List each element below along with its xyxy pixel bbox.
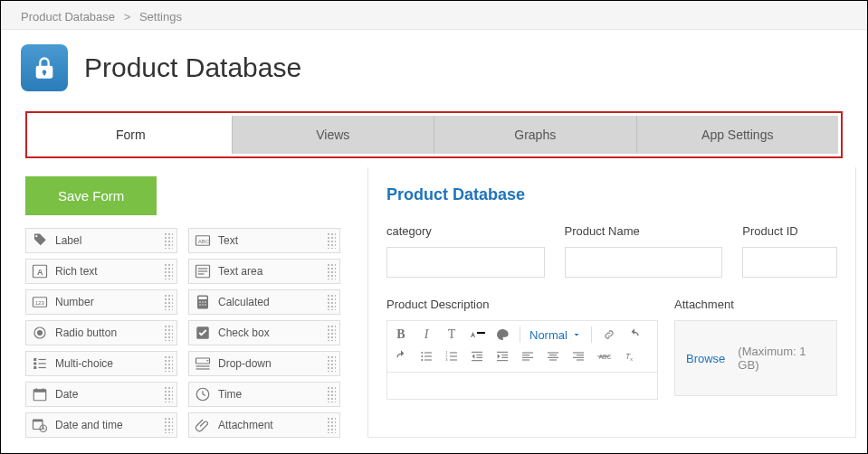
outdent-button[interactable] xyxy=(469,348,485,364)
tab-graphs[interactable]: Graphs xyxy=(434,116,636,154)
bullet-list-button[interactable] xyxy=(418,348,434,364)
drag-grip-icon xyxy=(327,232,336,249)
field-type-attachment-label: Attachment xyxy=(218,419,273,431)
rich-text-toolbar: B I T Normal 123 xyxy=(386,320,658,373)
field-type-attachment[interactable]: Attachment xyxy=(188,412,340,438)
svg-line-36 xyxy=(203,394,205,396)
content-area: Save Form Label ABC Text A Rich text Tex… xyxy=(1,167,867,438)
tag-icon xyxy=(32,232,48,249)
tab-views[interactable]: Views xyxy=(232,116,434,154)
field-type-text-area[interactable]: Text area xyxy=(188,259,340,284)
field-type-dropdown-label: Drop-down xyxy=(218,357,272,370)
product-id-input[interactable] xyxy=(742,247,837,278)
field-type-calculated[interactable]: Calculated xyxy=(188,289,340,315)
calendar-icon xyxy=(32,386,48,402)
tabs-highlight-box: Form Views Graphs App Settings xyxy=(25,111,843,158)
multichoice-icon xyxy=(32,355,48,372)
description-label: Product Description xyxy=(386,298,658,311)
svg-rect-25 xyxy=(33,366,36,369)
svg-point-14 xyxy=(205,301,206,303)
svg-text:x: x xyxy=(630,356,633,362)
drag-grip-icon xyxy=(164,386,173,402)
palette-button[interactable] xyxy=(494,326,510,343)
browse-link[interactable]: Browse xyxy=(686,352,725,365)
tab-bar: Form Views Graphs App Settings xyxy=(30,116,838,154)
svg-point-15 xyxy=(199,304,201,306)
field-type-datetime[interactable]: Date and time xyxy=(25,412,177,438)
svg-text:A: A xyxy=(37,268,43,277)
field-type-radio[interactable]: Radio button xyxy=(25,320,177,345)
product-name-input[interactable] xyxy=(565,247,723,278)
field-type-time[interactable]: Time xyxy=(188,382,340,407)
paperclip-icon xyxy=(195,417,211,433)
align-right-button[interactable] xyxy=(570,348,587,364)
svg-point-12 xyxy=(199,301,201,303)
category-input[interactable] xyxy=(386,247,545,278)
align-left-button[interactable] xyxy=(520,348,536,364)
field-type-label[interactable]: Label xyxy=(25,228,177,253)
svg-rect-21 xyxy=(33,358,36,361)
drag-grip-icon xyxy=(164,294,173,310)
bold-button[interactable]: B xyxy=(393,326,409,343)
drag-grip-icon xyxy=(164,355,173,372)
svg-point-46 xyxy=(421,359,423,361)
numbered-list-button[interactable]: 123 xyxy=(444,348,460,364)
description-field: Product Description B I T Normal xyxy=(386,298,658,400)
datetime-icon xyxy=(32,417,48,433)
description-editor[interactable] xyxy=(386,373,658,400)
field-type-text[interactable]: ABC Text xyxy=(188,228,340,253)
field-type-multichoice[interactable]: Multi-choice xyxy=(25,351,177,376)
breadcrumb: Product Database > Settings xyxy=(1,1,867,30)
drag-grip-icon xyxy=(164,232,173,249)
tab-app-settings[interactable]: App Settings xyxy=(636,116,839,154)
text-color-button[interactable] xyxy=(469,326,485,343)
product-id-field: Product ID xyxy=(742,224,837,278)
category-field: category xyxy=(386,224,545,278)
calculator-icon xyxy=(195,294,211,310)
save-form-button[interactable]: Save Form xyxy=(25,176,157,215)
field-type-text-label: Text xyxy=(218,234,238,247)
attachment-label: Attachment xyxy=(674,298,837,311)
italic-button[interactable]: I xyxy=(418,326,434,343)
field-type-rich-text[interactable]: A Rich text xyxy=(25,259,177,284)
field-palette: Label ABC Text A Rich text Text area 123… xyxy=(25,228,351,438)
field-type-number[interactable]: 123 Number xyxy=(25,289,177,315)
category-label: category xyxy=(386,224,545,238)
drag-grip-icon xyxy=(164,263,173,279)
page-title: Product Database xyxy=(84,52,301,83)
field-type-radio-label: Radio button xyxy=(55,326,117,339)
indent-button[interactable] xyxy=(494,348,510,364)
field-type-checkbox[interactable]: Check box xyxy=(188,320,340,345)
drag-grip-icon xyxy=(327,386,336,402)
checkbox-icon xyxy=(195,325,211,341)
drag-grip-icon xyxy=(327,355,336,372)
align-center-button[interactable] xyxy=(545,348,561,364)
svg-text:3: 3 xyxy=(445,357,448,362)
number-icon: 123 xyxy=(32,294,48,310)
breadcrumb-current: Settings xyxy=(139,10,182,24)
link-button[interactable] xyxy=(601,326,617,343)
redo-button[interactable] xyxy=(393,348,409,364)
clear-format-button[interactable]: Tx xyxy=(621,348,637,364)
attachment-dropzone[interactable]: Browse (Maximum: 1 GB) xyxy=(674,320,837,396)
attachment-limit-text: (Maximum: 1 GB) xyxy=(738,345,825,372)
drag-grip-icon xyxy=(327,325,336,341)
toolbar-divider xyxy=(591,326,592,343)
form-title: Product Database xyxy=(386,185,837,204)
field-type-date[interactable]: Date xyxy=(25,382,177,407)
undo-button[interactable] xyxy=(626,326,643,343)
toolbar-divider xyxy=(520,326,520,343)
attachment-field: Attachment Browse (Maximum: 1 GB) xyxy=(674,298,837,400)
lock-icon xyxy=(21,44,68,91)
lines-icon xyxy=(195,263,211,279)
radio-icon xyxy=(32,325,48,341)
font-size-select[interactable]: Normal xyxy=(529,328,582,342)
field-type-dropdown[interactable]: Drop-down xyxy=(188,351,340,376)
product-id-label: Product ID xyxy=(742,224,837,238)
tab-form[interactable]: Form xyxy=(30,116,232,154)
strikethrough-button[interactable]: ABC xyxy=(596,348,612,364)
font-size-button[interactable]: T xyxy=(444,326,460,343)
field-type-date-label: Date xyxy=(55,388,78,401)
letter-a-icon: A xyxy=(32,263,48,279)
breadcrumb-root[interactable]: Product Database xyxy=(21,10,115,24)
